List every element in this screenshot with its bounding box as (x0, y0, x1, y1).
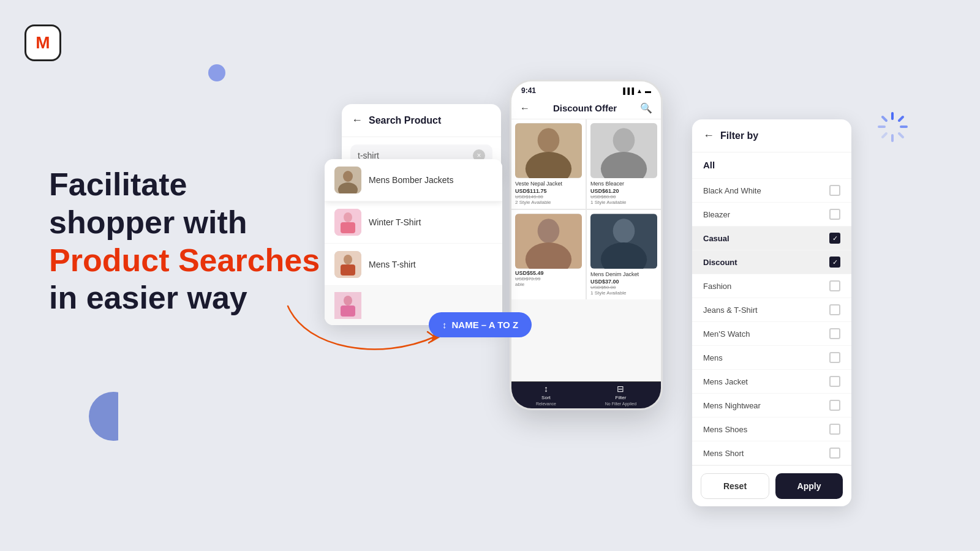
sort-label: NAME – A TO Z (452, 320, 519, 330)
filter-all-section[interactable]: All (692, 152, 851, 179)
filter-item-label: Mens Jacket (703, 377, 748, 386)
filter-item-mens[interactable]: Mens (692, 346, 851, 370)
search-result-item[interactable]: Mens T-shirt (325, 244, 502, 286)
filter-item-label: Fashion (703, 282, 731, 291)
svg-point-13 (344, 212, 352, 222)
phone-product-grid: Veste Nepal Jacket USD$111.75 USD$149.00… (511, 119, 661, 299)
phone-product-price-1: USD$111.75 (515, 188, 582, 194)
filter-item-menswatch[interactable]: Men'S Watch (692, 322, 851, 346)
phone-product-image-4 (590, 214, 657, 269)
phone-product-item[interactable]: Mens Bleacer USD$61.20 USD$68.00 1 Style… (587, 119, 661, 209)
filter-item-label: Mens (703, 353, 723, 362)
phone-screen-title: Discount Offer (553, 103, 617, 113)
filter-apply-button[interactable]: Apply (775, 473, 843, 499)
sort-icon: ↕ (442, 320, 447, 330)
svg-line-6 (899, 117, 903, 121)
hero-section: Facilitate shopper with Product Searches… (49, 165, 320, 317)
phone-product-price-3: USD$55.49 (515, 270, 582, 276)
filter-item-blackwhite[interactable]: Black And White (692, 179, 851, 203)
phone-product-image-2 (590, 123, 657, 178)
filter-back-button[interactable]: ← (703, 129, 714, 142)
filter-reset-button[interactable]: Reset (701, 473, 769, 499)
filter-item-mensnightwear[interactable]: Mens Nightwear (692, 394, 851, 418)
phone-status-icons: ▐▐▐ ▲ ▬ (621, 88, 651, 94)
svg-point-10 (343, 171, 353, 182)
phone-header: ← Discount Offer 🔍 (511, 97, 661, 119)
filter-checkbox[interactable] (829, 328, 840, 339)
logo-letter: M (36, 33, 50, 53)
filter-checkbox[interactable] (829, 424, 840, 435)
svg-line-7 (883, 133, 886, 137)
phone-product-name-1: Veste Nepal Jacket (515, 181, 582, 187)
filter-checkbox[interactable] (829, 209, 840, 220)
filter-all-label: All (703, 160, 715, 170)
phone-sort-button[interactable]: ↕ SortRelevance (536, 384, 556, 407)
filter-checkbox[interactable] (829, 304, 840, 315)
filter-checkbox[interactable] (829, 352, 840, 363)
filter-item-fashion[interactable]: Fashion (692, 274, 851, 298)
filter-item-label: Casual (703, 234, 729, 243)
filter-item-label: Mens Shoes (703, 425, 747, 434)
spinner-decoration (876, 110, 910, 144)
result-label-2: Winter T-Shirt (369, 217, 421, 227)
phone-product-oldprice-4: USD$50.00 (590, 285, 657, 290)
filter-checkbox[interactable] (829, 376, 840, 387)
search-result-item[interactable]: Winter T-Shirt (325, 201, 502, 244)
search-back-button[interactable]: ← (352, 114, 363, 127)
filter-item-mensshoes[interactable]: Mens Shoes (692, 418, 851, 441)
filter-item-mensjacket[interactable]: Mens Jacket (692, 370, 851, 394)
phone-filter-button[interactable]: ⊟ FilterNo Filter Applied (605, 384, 636, 407)
hero-line2: shopper with (49, 203, 320, 241)
search-panel-title: Search Product (369, 115, 441, 126)
filter-checkbox[interactable] (829, 448, 840, 459)
phone-product-name-4: Mens Denim Jacket (590, 271, 657, 277)
filter-panel: ← Filter by All Black And White Bleazer … (692, 119, 851, 506)
phone-product-image-1 (515, 123, 582, 178)
filter-checkbox-checked[interactable]: ✓ (829, 257, 840, 268)
result-more-thumbnail (334, 292, 361, 319)
phone-product-availability-3: able (515, 282, 582, 287)
svg-rect-20 (341, 305, 355, 317)
hero-line1: Facilitate (49, 165, 320, 203)
phone-back-button[interactable]: ← (520, 103, 530, 114)
filter-item-bleazer[interactable]: Bleazer (692, 203, 851, 227)
decorative-circle-bottom (89, 392, 138, 441)
phone-product-availability-1: 2 Style Available (515, 200, 582, 205)
phone-product-oldprice-2: USD$68.00 (590, 194, 657, 200)
svg-rect-17 (341, 264, 355, 276)
phone-product-availability-4: 1 Style Available (590, 290, 657, 296)
filter-item-label: Bleazer (703, 210, 730, 219)
phone-mockup: 9:41 ▐▐▐ ▲ ▬ ← Discount Offer 🔍 Veste Ne… (510, 80, 663, 410)
filter-title: Filter by (720, 130, 758, 141)
filter-item-jeans[interactable]: Jeans & T-Shirt (692, 298, 851, 322)
phone-product-availability-2: 1 Style Available (590, 200, 657, 205)
filter-checkbox[interactable] (829, 185, 840, 196)
filter-item-discount[interactable]: Discount ✓ (692, 250, 851, 274)
search-result-item[interactable]: Mens Bomber Jackets (325, 159, 502, 201)
svg-rect-14 (341, 222, 355, 233)
phone-product-item[interactable]: Mens Denim Jacket USD$37.00 USD$50.00 1 … (587, 210, 661, 299)
filter-item-mensshort[interactable]: Mens Short (692, 441, 851, 465)
filter-item-casual[interactable]: Casual ✓ (692, 227, 851, 250)
filter-item-label: Mens Nightwear (703, 401, 761, 410)
sort-badge[interactable]: ↕ NAME – A TO Z (429, 312, 532, 337)
search-results-dropdown: Mens Bomber Jackets Winter T-Shirt Mens … (325, 159, 502, 325)
svg-point-25 (613, 128, 635, 152)
phone-status-bar: 9:41 ▐▐▐ ▲ ▬ (511, 81, 661, 97)
svg-point-28 (538, 219, 560, 243)
battery-icon: ▬ (645, 88, 651, 94)
filter-checkbox[interactable] (829, 280, 840, 291)
filter-checkbox[interactable] (829, 400, 840, 411)
filter-checkbox-checked[interactable]: ✓ (829, 233, 840, 244)
svg-point-16 (344, 255, 352, 264)
filter-item-label: Black And White (703, 186, 761, 195)
phone-product-name-2: Mens Bleacer (590, 181, 657, 187)
phone-search-icon[interactable]: 🔍 (640, 102, 652, 114)
svg-line-4 (883, 117, 886, 121)
phone-product-item[interactable]: USD$55.49 USD$73.99 able (511, 210, 586, 299)
result-label-1: Mens Bomber Jackets (369, 175, 454, 185)
phone-product-item[interactable]: Veste Nepal Jacket USD$111.75 USD$149.00… (511, 119, 586, 209)
result-thumbnail-1 (334, 167, 361, 193)
phone-product-price-4: USD$37.00 (590, 279, 657, 285)
sort-button-label: SortRelevance (536, 395, 556, 407)
